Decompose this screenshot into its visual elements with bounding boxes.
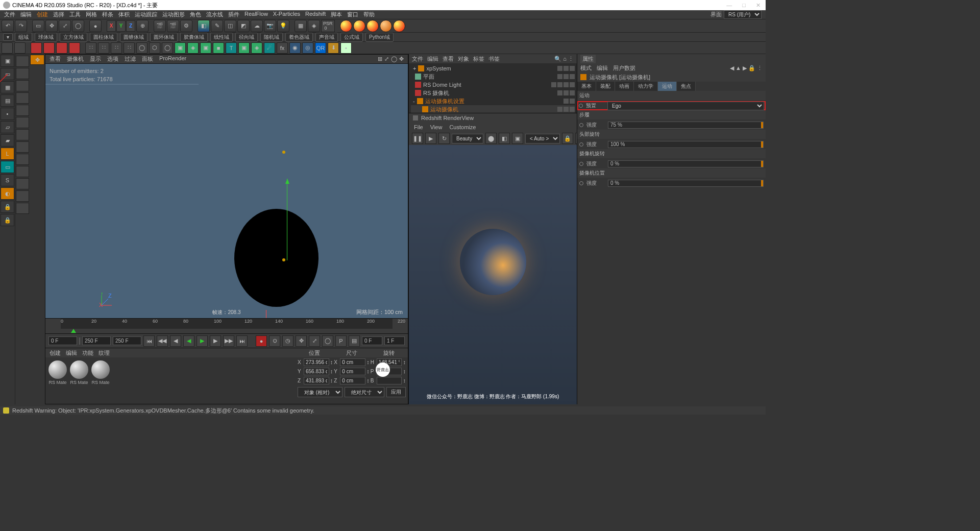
pt-12[interactable]: ⬡ (149, 42, 160, 54)
pos-Z[interactable] (304, 377, 329, 384)
snap-1[interactable] (16, 56, 29, 67)
render-view[interactable]: 🎬 (154, 20, 166, 32)
pt-14[interactable]: ▣ (175, 42, 186, 54)
pos-X[interactable] (304, 358, 329, 366)
viewport-icons[interactable]: ⊞⤢◯✥ (378, 56, 404, 62)
pt-17[interactable]: ■ (213, 42, 224, 54)
attrmenu-编辑[interactable]: 编辑 (597, 64, 608, 72)
vpmenu-摄像机[interactable]: 摄像机 (67, 55, 84, 63)
obj-row-RS 摄像机[interactable]: RS 摄像机 (411, 89, 575, 97)
coord-object-mode[interactable]: 对象 (相对) (298, 387, 342, 397)
size-X[interactable] (340, 358, 365, 366)
frame-total[interactable] (384, 336, 405, 345)
layout-select[interactable]: RS (用户) (724, 10, 762, 19)
anim-dot[interactable] (579, 123, 583, 127)
rs-light3[interactable] (366, 20, 379, 32)
keysel-button[interactable]: ◷ (282, 335, 293, 347)
snap-4[interactable] (16, 92, 29, 104)
rs-light1[interactable] (340, 20, 352, 32)
pt-13[interactable]: ◯ (162, 42, 173, 54)
mode-workplane2[interactable]: ◐ (1, 187, 14, 200)
mode-workplane[interactable]: ▤ (1, 94, 14, 107)
snap-13[interactable] (16, 203, 29, 214)
attrtab-焦点[interactable]: 焦点 (677, 82, 696, 91)
next-frame[interactable]: ▶ (210, 335, 221, 347)
pt-23[interactable]: ◉ (289, 42, 301, 54)
domain-线性域[interactable]: 线性域 (210, 33, 233, 42)
pt-6[interactable] (69, 42, 80, 54)
anim-dot[interactable] (579, 104, 583, 108)
pos-Y[interactable] (304, 368, 329, 375)
domain-随机域[interactable]: 随机域 (260, 33, 283, 42)
axis-lock[interactable]: XYZ (107, 20, 135, 32)
generator-menu[interactable]: ◫ (224, 20, 236, 32)
coord-system[interactable]: ⊕ (136, 20, 149, 32)
mode-lock1[interactable]: 🔒 (1, 201, 14, 213)
spline-menu[interactable]: ✎ (211, 20, 223, 32)
autokey-button[interactable]: ⊙ (269, 335, 280, 347)
domain-球体域[interactable]: 球体域 (35, 33, 57, 42)
mode-model[interactable]: ▭ (1, 68, 14, 80)
rs-snapshot[interactable]: ◧ (499, 133, 510, 144)
rsmenu-File[interactable]: File (414, 124, 423, 130)
pt-25[interactable]: ⬇ (328, 42, 339, 54)
size-Z[interactable] (340, 377, 365, 384)
undo-button[interactable]: ↶ (2, 20, 14, 32)
menu-工具[interactable]: 工具 (69, 11, 81, 18)
snap-9[interactable] (16, 154, 29, 165)
vpmenu-选项[interactable]: 选项 (107, 55, 118, 63)
rs-ipr[interactable]: ❚❚ (412, 133, 423, 144)
vpmenu-查看[interactable]: 查看 (50, 55, 61, 63)
key-param[interactable]: P (335, 335, 347, 347)
pc-move[interactable]: ✥ (30, 55, 44, 65)
menu-流水线[interactable]: 流水线 (206, 11, 223, 18)
environment-menu[interactable]: ☁ (251, 20, 263, 32)
play-back[interactable]: ◀ (183, 335, 194, 347)
attrtab-装配[interactable]: 装配 (596, 82, 615, 91)
domain-声音域[interactable]: 声音域 (315, 33, 338, 42)
domain-圆环体域[interactable]: 圆环体域 (150, 33, 178, 42)
select-tool[interactable]: ▭ (32, 20, 44, 32)
slider-强度[interactable]: 75 % (608, 122, 764, 129)
timeline[interactable]: 020406080100120140160180200220250 (45, 318, 408, 333)
om-menu-查看[interactable]: 查看 (443, 55, 454, 63)
pt-qr[interactable]: QR (315, 42, 326, 54)
prev-key[interactable]: ◀◀ (157, 335, 168, 347)
menu-X-Particles[interactable]: X-Particles (273, 11, 300, 18)
rs-cam[interactable] (393, 20, 405, 32)
om-search-icons[interactable]: 🔍 ⌂ ⋮ (554, 56, 574, 62)
pt-4[interactable] (43, 42, 55, 54)
obj-row-平面[interactable]: 平面 (411, 73, 575, 81)
om-menu-对象[interactable]: 对象 (458, 55, 469, 63)
snap-5[interactable] (16, 105, 29, 116)
pt-18[interactable]: T (226, 42, 237, 54)
menu-帮助[interactable]: 帮助 (363, 11, 375, 18)
menu-RealFlow[interactable]: RealFlow (244, 11, 268, 18)
primitive-menu[interactable]: ◧ (198, 20, 210, 32)
pt-20[interactable]: ◈ (251, 42, 262, 54)
vpmenu-面板[interactable]: 面板 (142, 55, 153, 63)
menu-创建[interactable]: 创建 (37, 11, 48, 18)
render-settings[interactable]: ⚙ (180, 20, 192, 32)
frame-out[interactable] (113, 336, 141, 345)
pt-19[interactable]: ▣ (238, 42, 250, 54)
mode-edges[interactable]: ▱ (1, 121, 14, 133)
domain-胶囊体域[interactable]: 胶囊体域 (180, 33, 208, 42)
pt-10[interactable]: ∷ (124, 42, 135, 54)
attrtab-运动[interactable]: 运动 (658, 82, 677, 91)
attrmenu-模式[interactable]: 模式 (580, 64, 592, 72)
pt-8[interactable]: ∷ (98, 42, 109, 54)
pt-1[interactable] (2, 42, 13, 54)
domain-着色器域[interactable]: 着色器域 (285, 33, 313, 42)
slider-强度[interactable]: 0 % (608, 160, 764, 167)
camera-menu[interactable]: 📷 (264, 20, 276, 32)
attrmenu-用户数据[interactable]: 用户数据 (613, 64, 635, 72)
scale-tool[interactable]: ⤢ (59, 20, 71, 32)
last-tool[interactable]: ● (89, 20, 102, 32)
snap-2[interactable] (16, 68, 29, 79)
matmenu-编辑[interactable]: 编辑 (66, 349, 77, 357)
pt-9[interactable]: ∷ (111, 42, 122, 54)
goto-end[interactable]: ⏭ (236, 335, 248, 347)
rs-play[interactable]: ▶ (425, 133, 436, 144)
domain-公式域[interactable]: 公式域 (340, 33, 363, 42)
